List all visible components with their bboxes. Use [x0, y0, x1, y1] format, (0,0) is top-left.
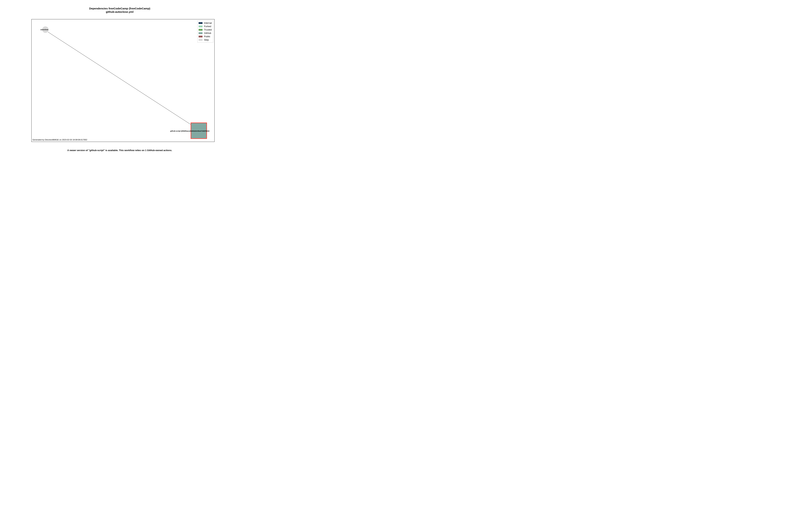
legend: Internal Forked Trusted GitHub Public St… — [197, 20, 213, 42]
legend-label: Trusted — [204, 28, 212, 31]
legend-swatch — [198, 36, 203, 37]
step-node-label: autoclose — [40, 28, 48, 31]
legend-label: Forked — [204, 25, 211, 28]
chart-title-line1: Dependencies freeCodeCamp (freeCodeCamp) — [0, 7, 240, 10]
legend-swatch — [198, 22, 203, 24]
caption: A newer version of "github-script" is av… — [0, 149, 240, 152]
plot-area: autoclose github-script [d556feaca394842… — [32, 19, 214, 142]
dependency-edge — [32, 19, 214, 142]
generation-footer: Generated by DirectionMIAGE on 2023-02-0… — [33, 139, 87, 141]
legend-swatch — [198, 29, 203, 31]
svg-line-1 — [48, 32, 196, 128]
legend-label: GitHub — [204, 32, 211, 34]
legend-item-public: Public — [198, 35, 212, 38]
github-action-node-label: github-script [d556feaca394842dc55e4734b… — [170, 130, 209, 132]
legend-swatch — [198, 25, 203, 27]
legend-label: Public — [204, 35, 210, 38]
legend-label: Step — [204, 38, 209, 41]
legend-label: Internal — [204, 22, 212, 24]
legend-item-step: Step — [198, 38, 212, 41]
legend-swatch — [198, 39, 203, 41]
chart-title: Dependencies freeCodeCamp (freeCodeCamp)… — [0, 0, 240, 14]
chart-title-line2: github-autoclose.yml — [0, 10, 240, 14]
legend-item-trusted: Trusted — [198, 28, 212, 32]
legend-swatch — [198, 32, 203, 34]
legend-item-internal: Internal — [198, 21, 212, 25]
legend-item-forked: Forked — [198, 25, 212, 28]
legend-item-github: GitHub — [198, 32, 212, 35]
